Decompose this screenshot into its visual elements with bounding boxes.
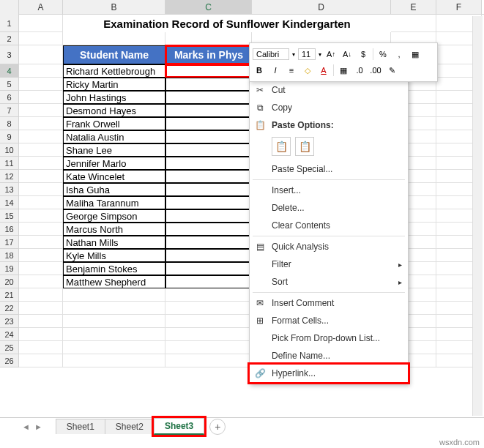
menu-cut[interactable]: ✂Cut [250, 81, 408, 99]
student-cell[interactable]: Shane Lee [63, 143, 165, 157]
font-selector[interactable]: Calibri [253, 48, 289, 60]
menu-quick-analysis[interactable]: ▤Quick Analysis [250, 238, 408, 255]
borders-icon[interactable]: ▦ [337, 64, 350, 77]
row-header-2[interactable]: 2 [0, 32, 19, 45]
student-cell[interactable]: Nathan Mills [63, 236, 165, 249]
decimal-icon[interactable]: .0 [353, 64, 366, 77]
sheet-tab-2[interactable]: Sheet2 [105, 419, 154, 434]
select-all-corner[interactable] [0, 0, 19, 15]
row-21: 21 [0, 288, 484, 302]
borders-icon[interactable]: ▦ [409, 48, 422, 61]
student-cell[interactable]: Kate Wincelet [63, 170, 165, 183]
student-cell[interactable]: Natalia Austin [63, 130, 165, 143]
tab-nav: ◄ ► [22, 422, 42, 431]
chevron-right-icon: ▸ [398, 261, 402, 269]
student-cell[interactable]: Desmond Hayes [63, 104, 165, 117]
mini-toolbar: Calibri ▾ 11 ▾ A↑ A↓ $ % , ▦ B I ≡ ◇ A ▦… [249, 42, 438, 82]
row-header-3[interactable]: 3 [0, 45, 19, 64]
decrease-font-icon[interactable]: A↓ [340, 48, 354, 61]
student-cell[interactable]: John Hastings [63, 91, 165, 104]
row-header-1[interactable]: 1 [0, 15, 19, 32]
header-marks[interactable]: Marks in Phys [165, 45, 252, 64]
row-10: 10Shane Lee [0, 143, 484, 157]
column-headers: A B C D E F [0, 0, 484, 15]
bold-icon[interactable]: B [253, 64, 266, 77]
menu-format-cells[interactable]: ⊞Format Cells... [250, 312, 408, 329]
col-header-b[interactable]: B [63, 0, 165, 14]
title-cell[interactable]: Examination Record of Sunflower Kinderga… [63, 15, 391, 32]
row-9: 9Natalia Austin [0, 130, 484, 143]
student-cell[interactable]: Frank Orwell [63, 117, 165, 130]
student-cell[interactable]: Benjamin Stokes [63, 262, 165, 275]
menu-copy[interactable]: ⧉Copy [250, 99, 408, 116]
menu-delete[interactable]: Delete... [250, 199, 408, 217]
format-painter-icon[interactable]: ✎ [385, 64, 398, 77]
col-header-a[interactable]: A [19, 0, 63, 14]
row-18: 18Kyle Mills [0, 249, 484, 262]
italic-icon[interactable]: I [269, 64, 282, 77]
new-sheet-button[interactable]: + [209, 419, 226, 435]
row-13: 13Isha Guha [0, 183, 484, 196]
fill-color-icon[interactable]: ◇ [301, 64, 314, 77]
percent-icon[interactable]: % [376, 48, 390, 61]
row-11: 11Jennifer Marlo [0, 157, 484, 170]
sheet-tab-1[interactable]: Sheet1 [56, 419, 105, 434]
col-header-d[interactable]: D [252, 0, 391, 14]
row-23: 23 [0, 315, 484, 328]
row-24: 24 [0, 328, 484, 341]
sheet-tab-3[interactable]: Sheet3 [154, 418, 204, 435]
cell-a1[interactable] [19, 15, 63, 32]
row-1: 1 Examination Record of Sunflower Kinder… [0, 15, 484, 32]
menu-filter[interactable]: Filter▸ [250, 255, 408, 273]
col-header-e[interactable]: E [391, 0, 436, 14]
student-cell[interactable]: Marcus North [63, 223, 165, 236]
decimal-icon[interactable]: .00 [369, 64, 382, 77]
active-cell-c4[interactable] [165, 64, 252, 78]
format-cells-icon: ⊞ [254, 315, 266, 326]
copy-icon: ⧉ [254, 102, 266, 113]
student-cell[interactable]: Kyle Mills [63, 249, 165, 262]
watermark: wsxdn.com [439, 438, 480, 447]
menu-hyperlink[interactable]: 🔗Hyperlink... [250, 365, 408, 382]
row-6: 6John Hastings [0, 91, 484, 104]
menu-sort[interactable]: Sort▸ [250, 273, 408, 291]
align-icon[interactable]: ≡ [285, 64, 298, 77]
row-25: 25 [0, 341, 484, 354]
font-color-icon[interactable]: A [317, 64, 330, 77]
tab-nav-prev-icon[interactable]: ◄ [22, 422, 30, 431]
row-7: 7Desmond Hayes [0, 104, 484, 117]
spreadsheet: A B C D E F 1 Examination Record of Sunf… [0, 0, 484, 448]
student-cell[interactable]: Ricky Martin [63, 78, 165, 91]
paste-option-1[interactable]: 📋 [272, 137, 291, 156]
student-cell[interactable]: Richard Kettlebrough [63, 64, 165, 78]
comma-icon[interactable]: , [392, 48, 406, 61]
row-header-4[interactable]: 4 [0, 64, 19, 78]
student-cell[interactable]: Isha Guha [63, 183, 165, 196]
menu-dropdown-list[interactable]: Pick From Drop-down List... [250, 329, 408, 347]
row-26: 26 [0, 354, 484, 367]
header-student-name[interactable]: Student Name [63, 45, 165, 64]
student-cell[interactable]: George Simpson [63, 209, 165, 223]
row-12: 12Kate Wincelet [0, 170, 484, 183]
menu-insert-comment[interactable]: ✉Insert Comment [250, 294, 408, 312]
student-cell[interactable]: Maliha Tarannum [63, 196, 165, 209]
menu-define-name[interactable]: Define Name... [250, 347, 408, 365]
increase-font-icon[interactable]: A↑ [324, 48, 338, 61]
menu-paste-special[interactable]: Paste Special... [250, 160, 408, 178]
paste-option-2[interactable]: 📋 [295, 137, 314, 156]
col-header-f[interactable]: F [436, 0, 482, 14]
student-cell[interactable]: Matthew Shepherd [63, 275, 165, 288]
vertical-scrollbar[interactable] [472, 16, 483, 416]
cell-e1[interactable] [391, 15, 436, 32]
sheet-tab-bar: ◄ ► Sheet1 Sheet2 Sheet3 + [0, 417, 484, 435]
dropdown-icon[interactable]: ▾ [319, 51, 321, 58]
dropdown-icon[interactable]: ▾ [292, 51, 295, 58]
student-cell[interactable]: Jennifer Marlo [63, 157, 165, 170]
font-size-selector[interactable]: 11 [298, 48, 316, 60]
tab-nav-next-icon[interactable]: ► [34, 422, 42, 431]
menu-clear-contents[interactable]: Clear Contents [250, 217, 408, 234]
col-header-c[interactable]: C [165, 0, 252, 14]
currency-icon[interactable]: $ [357, 48, 370, 61]
menu-paste-options-label: 📋Paste Options: [250, 116, 408, 134]
menu-insert[interactable]: Insert... [250, 182, 408, 199]
